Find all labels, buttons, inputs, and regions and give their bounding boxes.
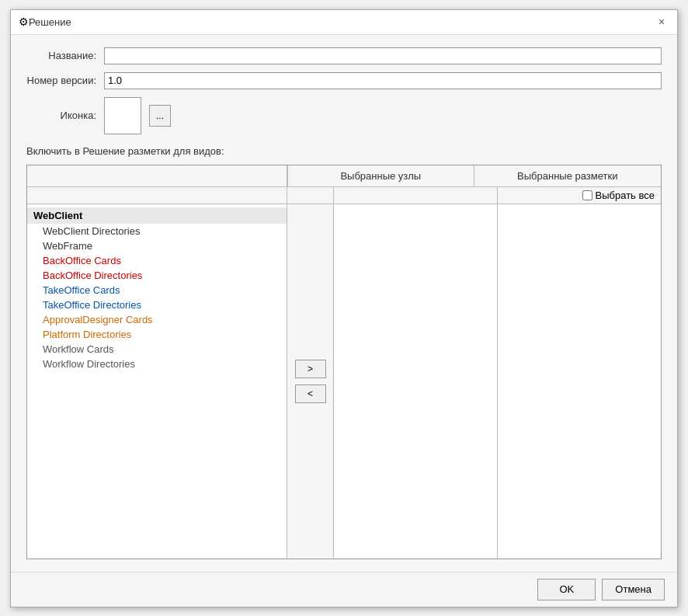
tree-item-webclient[interactable]: WebClient [27,207,287,224]
tree-item-workflow-cards[interactable]: Workflow Cards [27,342,287,357]
layouts-table: Выбранные узлы Выбранные разметки Выбрат… [26,165,662,559]
name-row: Название: [26,47,662,64]
tree-item-takeoffice-directories[interactable]: TakeOffice Directories [27,298,287,312]
name-label: Название: [26,50,96,61]
tree-item-platform-directories[interactable]: Platform Directories [27,327,287,342]
version-row: Номер версии: [26,72,662,89]
subheader-row: Выбрать все [27,187,661,204]
tree-item-webclient-directories[interactable]: WebClient Directories [27,224,287,238]
cancel-button[interactable]: Отмена [602,579,665,600]
tree-pane: WebClient WebClient Directories WebFrame… [27,204,287,559]
include-section-label: Включить в Решение разметки для видов: [26,145,662,157]
version-input[interactable] [104,72,662,89]
icon-controls: ... [104,97,171,134]
tree-item-webframe[interactable]: WebFrame [27,238,287,253]
tree-item-backoffice-directories[interactable]: BackOffice Directories [27,268,287,283]
icon-label: Иконка: [26,110,96,121]
table-header: Выбранные узлы Выбранные разметки [27,165,661,187]
selected-nodes-pane [334,204,498,559]
move-buttons-pane: > < [287,204,334,559]
dialog-title: Решение [29,16,654,28]
icon-preview [104,97,141,134]
dialog-footer: OK Отмена [11,572,677,607]
selected-layouts-pane [498,204,662,559]
version-label: Номер версии: [26,75,96,86]
col1-header [27,165,287,186]
col3-header: Выбранные разметки [474,165,662,186]
dialog-body: Название: Номер версии: Иконка: ... Вклю… [11,35,677,572]
title-bar: ⚙ Решение × [11,10,677,35]
select-all-label: Выбрать все [596,190,655,201]
col2-header: Выбранные узлы [287,165,474,186]
tree-item-workflow-directories[interactable]: Workflow Directories [27,357,287,371]
icon-browse-button[interactable]: ... [149,105,171,127]
gear-icon: ⚙ [19,16,29,28]
dialog-window: ⚙ Решение × Название: Номер версии: Икон… [10,9,678,607]
tree-item-approvaldesigner-cards[interactable]: ApprovalDesigner Cards [27,312,287,327]
tree-item-backoffice-cards[interactable]: BackOffice Cards [27,253,287,268]
name-input[interactable] [104,47,662,64]
move-left-button[interactable]: < [295,385,326,403]
tree-item-takeoffice-cards[interactable]: TakeOffice Cards [27,283,287,298]
move-right-button[interactable]: > [295,360,326,378]
select-all-checkbox[interactable] [582,190,592,200]
icon-row: Иконка: ... [26,97,662,134]
table-content: WebClient WebClient Directories WebFrame… [27,204,661,559]
close-button[interactable]: × [654,14,669,30]
ok-button[interactable]: OK [537,579,596,600]
